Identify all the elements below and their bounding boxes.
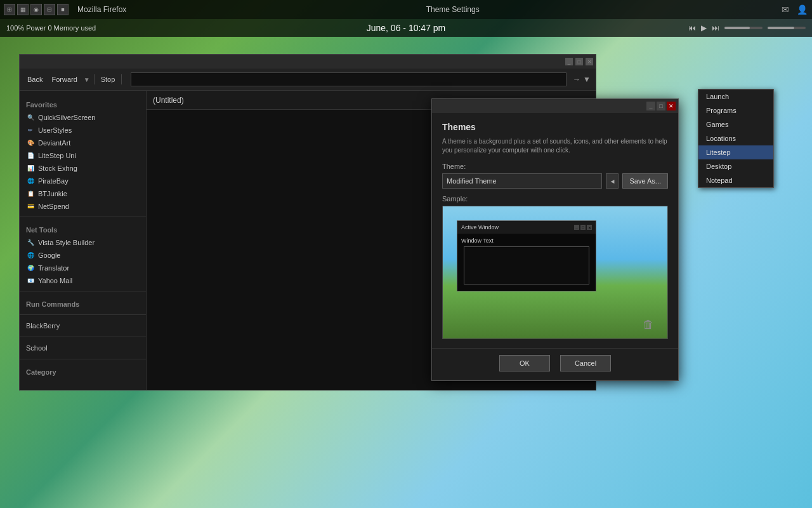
forward-dropdown-icon[interactable]: ▼ (84, 76, 90, 83)
user-icon[interactable]: 👤 (796, 3, 808, 16)
context-menu-games[interactable]: Games (698, 117, 773, 131)
preview-inner-window (464, 246, 589, 284)
sidebar-sep-4 (20, 337, 146, 337)
sidebar-item-stock[interactable]: 📊 Stock Exhng (20, 162, 146, 175)
cancel-button[interactable]: Cancel (560, 355, 611, 371)
maximize-button[interactable]: □ (575, 58, 583, 65)
preview-win-content: Window Text (457, 234, 596, 291)
taskbar-system-icons: ⊞ ▦ ◉ ⊟ ■ (4, 4, 69, 15)
theme-row: ◄ Save As... (442, 173, 668, 189)
nav-expand-btn[interactable]: ▼ (583, 75, 591, 84)
dialog-maximize-btn[interactable]: □ (657, 102, 665, 110)
mail-icon[interactable]: ✉ (779, 3, 792, 16)
taskbar-right-icons: ✉ 👤 (779, 3, 808, 16)
preview-window: Active Window _ □ ✕ Window Text (457, 220, 596, 291)
address-bar[interactable] (131, 72, 566, 86)
sidebar-item-translator[interactable]: 🌍 Translator (20, 262, 146, 274)
toolbar-separator-2 (121, 74, 122, 84)
taskbar-icon-1[interactable]: ⊞ (4, 4, 15, 15)
sidebar-item-deviantart[interactable]: 🎨 DeviantArt (20, 137, 146, 149)
taskbar-left: ⊞ ▦ ◉ ⊟ ■ Mozilla Firefox (4, 4, 126, 15)
context-menu-litestep[interactable]: Litestep (698, 145, 773, 159)
dialog-minimize-btn[interactable]: _ (646, 102, 655, 110)
taskbar-top: ⊞ ▦ ◉ ⊟ ■ Mozilla Firefox Theme Settings… (0, 0, 812, 19)
sidebar-item-yahoomail[interactable]: 📧 Yahoo Mail (20, 274, 146, 287)
sidebar-item-userstyles[interactable]: ✏ UserStyles (20, 124, 146, 137)
forward-button[interactable]: Forward (49, 74, 79, 84)
context-menu-notepad[interactable]: Notepad (698, 173, 773, 187)
taskbar-icon-2[interactable]: ▦ (17, 4, 29, 15)
taskbar-icon-5[interactable]: ■ (57, 4, 69, 15)
context-menu-locations[interactable]: Locations (698, 131, 773, 145)
toolbar-separator (94, 74, 95, 84)
sidebar-item-litestep[interactable]: 📄 LiteStep Uni (20, 149, 146, 162)
dialog-titlebar: _ □ ✕ (432, 99, 678, 113)
dialog-heading: Themes (442, 122, 668, 132)
context-menu-desktop[interactable]: Desktop (698, 159, 773, 173)
browser-nav-right: → ▼ (573, 75, 591, 84)
sidebar-item-blackberry[interactable]: BlackBerry (20, 319, 146, 333)
media-play-btn[interactable]: ▶ (701, 23, 707, 32)
run-commands-label: Run Commands (20, 295, 146, 311)
themes-dialog: _ □ ✕ Themes A theme is a background plu… (431, 98, 679, 381)
recycle-bin-icon: 🗑 (639, 316, 657, 333)
browser-titlebar: _ □ ✕ (20, 55, 596, 69)
context-menu: Launch Programs Games Locations Litestep… (698, 89, 774, 188)
favorites-label: Favorites (20, 96, 146, 111)
theme-prev-btn[interactable]: ◄ (606, 173, 619, 189)
back-button[interactable]: Back (25, 74, 45, 84)
litestep-icon: 📄 (26, 151, 35, 160)
browser-toolbar: Back Forward ▼ Stop → ▼ (20, 69, 596, 91)
datetime-display: June, 06 - 10:47 pm (367, 23, 446, 33)
preview-win-btns: _ □ ✕ (574, 225, 592, 230)
preview-win-min: _ (574, 225, 579, 230)
sidebar-sep-5 (20, 359, 146, 359)
btjunkie-icon: 📋 (26, 189, 35, 198)
yahoomail-icon: 📧 (26, 276, 35, 285)
netspend-icon: 💳 (26, 202, 35, 211)
ok-button[interactable]: OK (499, 355, 550, 371)
media-prev-btn[interactable]: ⏮ (688, 23, 696, 32)
dialog-body: Themes A theme is a background plus a se… (432, 113, 678, 348)
secondary-bar-fill (768, 27, 794, 29)
category-label: Category (20, 363, 146, 378)
close-button[interactable]: ✕ (586, 58, 593, 65)
preview-win-title-text: Active Window (461, 224, 499, 231)
context-menu-programs[interactable]: Programs (698, 104, 773, 117)
stock-icon: 📊 (26, 164, 35, 173)
translator-icon: 🌍 (26, 264, 35, 272)
taskbar-icon-4[interactable]: ⊟ (44, 4, 55, 15)
stop-button[interactable]: Stop (98, 74, 118, 84)
preview-win-titlebar: Active Window _ □ ✕ (457, 221, 596, 234)
media-next-btn[interactable]: ⏭ (712, 23, 719, 32)
quicksilver-icon: 🔍 (26, 113, 35, 122)
sidebar-item-vista[interactable]: 🔧 Vista Style Builder (20, 236, 146, 249)
media-controls: ⏮ ▶ ⏭ (688, 23, 806, 32)
sidebar-item-netspend[interactable]: 💳 NetSpend (20, 200, 146, 213)
sidebar-item-piratebay[interactable]: 🌐 PirateBay (20, 175, 146, 187)
sidebar-item-btjunkie[interactable]: 📋 BTJunkie (20, 187, 146, 200)
sidebar-item-school[interactable]: School (20, 341, 146, 355)
nav-go-btn[interactable]: → (573, 75, 580, 84)
deviantart-icon: 🎨 (26, 138, 35, 147)
sidebar-sep-3 (20, 314, 146, 315)
preview-win-text: Window Text (461, 237, 592, 244)
sample-label: Sample: (442, 195, 668, 203)
google-icon: 🌐 (26, 251, 35, 260)
minimize-button[interactable]: _ (565, 58, 573, 65)
dialog-footer: OK Cancel (432, 348, 678, 380)
theme-name-input[interactable] (442, 173, 602, 189)
save-as-button[interactable]: Save As... (622, 173, 668, 189)
preview-win-max: □ (580, 225, 586, 230)
context-menu-launch[interactable]: Launch (698, 90, 773, 104)
volume-bar[interactable] (724, 27, 763, 29)
sidebar-item-quicksilver[interactable]: 🔍 QuickSilverScreen (20, 111, 146, 124)
taskbar-icon-3[interactable]: ◉ (30, 4, 42, 15)
status-bar: 100% Power 0 Memory used June, 06 - 10:4… (0, 19, 812, 37)
sidebar: Favorites 🔍 QuickSilverScreen ✏ UserStyl… (20, 91, 147, 390)
volume-fill (724, 27, 750, 29)
piratebay-icon: 🌐 (26, 177, 35, 185)
sidebar-item-google[interactable]: 🌐 Google (20, 249, 146, 262)
taskbar-app-title: Mozilla Firefox (77, 5, 126, 14)
dialog-close-btn[interactable]: ✕ (667, 102, 676, 110)
